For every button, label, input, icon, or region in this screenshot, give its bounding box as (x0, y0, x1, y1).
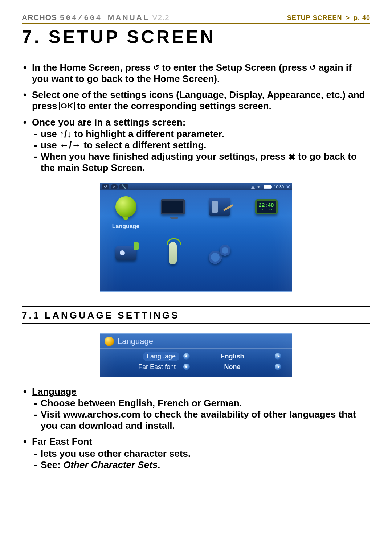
text: . (158, 459, 160, 470)
cross-ref: Other Character Sets (63, 459, 158, 470)
clock-icon: 22:40 05.11.01 (255, 199, 278, 214)
section-title: 7. SETUP SCREEN (22, 26, 370, 48)
arrow-left-icon (183, 364, 190, 370)
instruction-2: Select one of the settings icons (Langua… (32, 89, 370, 111)
settings-empty (243, 241, 290, 287)
row-label: Far East font (107, 363, 179, 371)
arrow-right-icon (275, 353, 281, 360)
language-panel-screenshot: Language Language English Far East font … (100, 333, 292, 377)
breadcrumb: SETUP SCREEN > p. 40 (287, 14, 370, 22)
text: to enter the Setup Screen (press (162, 62, 310, 73)
language-item: Language Choose between English, French … (32, 386, 370, 431)
row-value: English (194, 353, 271, 360)
brand-name: ARCHOS (22, 13, 57, 21)
chevron-right-icon: > (344, 14, 351, 21)
remote-icon (169, 242, 177, 264)
settings-clock: 22:40 05.11.01 (243, 194, 290, 241)
instruction-3b: use ←/→ to select a different setting. (41, 140, 370, 151)
instructions-list: In the Home Screen, press ↺ to enter the… (22, 62, 370, 173)
settings-power (102, 241, 149, 287)
instruction-3c: When you have finished adjusting your se… (41, 151, 370, 173)
subsection-sep: 7.1 LANGUAGE SETTINGS (22, 306, 370, 324)
text: When you have finished adjusting your se… (41, 151, 288, 162)
arrow-left-icon (183, 353, 190, 360)
language-panel-rows: Language English Far East font None (100, 349, 292, 377)
arrow-right-icon (275, 364, 281, 370)
clock-time: 22:40 (258, 202, 274, 208)
row-value: None (194, 363, 271, 371)
settings-display (149, 194, 196, 241)
manual-label: MANUAL (108, 13, 150, 21)
language-panel-header: Language (100, 334, 292, 349)
instruction-3a: use ↑/↓ to highlight a different paramet… (41, 128, 370, 140)
close-icon: ✖ (288, 152, 295, 162)
status-time: 10:30 (274, 185, 284, 189)
language-row-language: Language English (107, 351, 285, 362)
text: In the Home Screen, press (32, 62, 153, 73)
fareast-item: Far East Font lets you use other charact… (32, 436, 370, 470)
text: to enter the corresponding settings scre… (77, 100, 271, 111)
language-bullet-1: Choose between English, French or German… (41, 398, 370, 409)
text: Once you are in a settings screen: (32, 117, 185, 128)
subsection-title: 7.1 LANGUAGE SETTINGS (22, 310, 370, 321)
instruction-3: Once you are in a settings screen: use ↑… (32, 117, 370, 173)
settings-appearance (196, 194, 243, 241)
globe-icon (105, 337, 114, 346)
back-icon: ↺ (102, 184, 109, 189)
language-panel-title: Language (118, 337, 153, 346)
volume-icon (257, 185, 261, 189)
language-settings-body: Language Choose between English, French … (22, 386, 370, 471)
power-icon (115, 246, 136, 260)
language-heading: Language (32, 386, 77, 397)
header-left: ARCHOS 504/604 MANUAL V2.2 (22, 13, 170, 22)
fareast-bullet-1: lets you use other character sets. (41, 448, 370, 459)
settings-language: Language (102, 194, 149, 241)
row-label: Language (143, 352, 179, 361)
language-bullet-2: Visit www.archos.com to check the availa… (41, 409, 370, 431)
settings-tv-control (149, 241, 196, 287)
settings-system (196, 241, 243, 287)
globe-icon (115, 196, 136, 217)
manual-version: V2.2 (152, 13, 170, 21)
model-numbers: 504/604 (60, 14, 102, 22)
gear-icon (209, 243, 230, 263)
status-left: ↺ ⌂ 🔧 (102, 184, 128, 189)
cycle-icon: ↺ (153, 64, 159, 71)
ok-button-icon: OK (59, 102, 75, 110)
monitor-icon (161, 199, 185, 214)
home-icon: ⌂ (111, 184, 118, 189)
cycle-icon: ↺ (310, 64, 316, 71)
setup-screen-screenshot: ↺ ⌂ 🔧 10:30 ✕ Language (100, 183, 292, 292)
settings-language-label: Language (112, 223, 140, 230)
text: See: (41, 459, 63, 470)
headphones-icon (251, 186, 255, 189)
battery-icon (264, 185, 271, 189)
close-icon: ✕ (286, 184, 290, 190)
crumb-page: p. 40 (354, 14, 370, 21)
status-bar: ↺ ⌂ 🔧 10:30 ✕ (100, 183, 292, 190)
settings-grid: Language 22:40 05.11.01 (100, 190, 292, 287)
page-header: ARCHOS 504/604 MANUAL V2.2 SETUP SCREEN … (22, 13, 370, 24)
instruction-3-sub: use ↑/↓ to highlight a different paramet… (32, 128, 370, 173)
manual-page: ARCHOS 504/604 MANUAL V2.2 SETUP SCREEN … (0, 0, 392, 554)
language-row-fareast: Far East font None (107, 362, 285, 372)
fareast-bullet-2: See: Other Character Sets. (41, 459, 370, 471)
fareast-heading: Far East Font (32, 436, 92, 447)
status-right: 10:30 ✕ (251, 184, 290, 190)
clock-date: 05.11.01 (260, 208, 273, 211)
instruction-1: In the Home Screen, press ↺ to enter the… (32, 62, 370, 84)
crumb-section: SETUP SCREEN (287, 14, 342, 21)
appearance-icon (209, 198, 230, 216)
spanner-icon: 🔧 (119, 184, 128, 189)
